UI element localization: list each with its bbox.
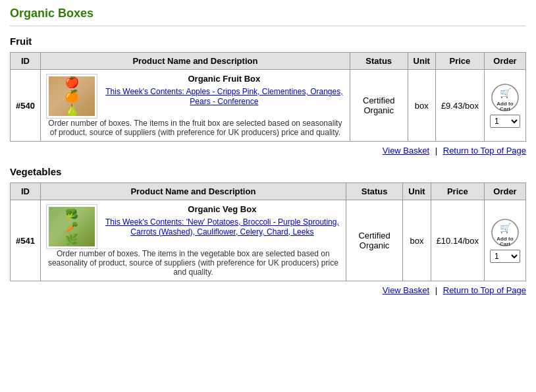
veg-product-price: £10.14/box <box>431 200 484 281</box>
veg-col-price: Price <box>431 183 484 200</box>
fruit-product-id: #540 <box>11 70 41 142</box>
veg-add-to-cart-cell: 🛒 Add to Cart 1 2 3 4 5 <box>484 200 525 281</box>
fruit-image-container <box>46 74 97 119</box>
fruit-product-price: £9.43/box <box>435 70 484 142</box>
veg-product-unit: box <box>403 200 431 281</box>
fruit-col-unit: Unit <box>408 53 435 70</box>
fruit-add-to-cart-cell: 🛒 Add to Cart 1 2 3 4 5 <box>484 70 525 142</box>
veg-product-desc-cell: Organic Veg Box This Week's Contents: 'N… <box>40 200 346 281</box>
veg-product-link[interactable]: This Week's Contents: 'New' Potatoes, Br… <box>105 217 339 237</box>
veg-col-name: Product Name and Description <box>40 183 346 200</box>
fruit-view-basket-link[interactable]: View Basket <box>383 146 429 155</box>
veg-return-top-link[interactable]: Return to Top of Page <box>443 285 526 295</box>
veg-col-order: Order <box>484 183 525 200</box>
fruit-col-price: Price <box>435 53 484 70</box>
fruit-nav-separator: | <box>435 146 437 155</box>
veg-nav-separator: | <box>435 285 437 295</box>
veg-product-image <box>49 207 95 246</box>
fruit-table: ID Product Name and Description Status U… <box>10 52 526 142</box>
veg-col-status: Status <box>346 183 403 200</box>
veg-qty-select[interactable]: 1 2 3 4 5 <box>490 250 520 263</box>
fruit-section-title: Fruit <box>10 36 526 47</box>
fruit-add-to-cart-icon[interactable]: 🛒 Add to Cart <box>491 83 520 112</box>
veg-section: Vegetables ID Product Name and Descripti… <box>10 166 526 295</box>
veg-product-row: #541 Organic Veg Box This Week's Content… <box>11 200 526 281</box>
veg-view-basket-link[interactable]: View Basket <box>383 285 429 295</box>
fruit-section: Fruit ID Product Name and Description St… <box>10 36 526 155</box>
veg-product-id: #541 <box>11 200 41 281</box>
veg-add-to-cart-icon[interactable]: 🛒 Add to Cart <box>491 218 520 247</box>
veg-col-id: ID <box>11 183 41 200</box>
fruit-product-image <box>49 76 95 116</box>
fruit-qty-select[interactable]: 1 2 3 4 5 <box>490 115 520 128</box>
page-title: Organic Boxes <box>10 7 526 20</box>
veg-table: ID Product Name and Description Status U… <box>10 182 526 281</box>
svg-text:🛒: 🛒 <box>499 223 511 234</box>
fruit-product-unit: box <box>408 70 435 142</box>
veg-product-status: Certified Organic <box>346 200 403 281</box>
veg-nav-row: View Basket | Return to Top of Page <box>10 285 526 295</box>
fruit-col-order: Order <box>484 53 525 70</box>
fruit-product-status: Certified Organic <box>350 70 408 142</box>
veg-section-title: Vegetables <box>10 166 526 177</box>
fruit-product-desc-cell: Organic Fruit Box This Week's Contents: … <box>40 70 350 142</box>
veg-image-container <box>46 204 97 249</box>
veg-col-unit: Unit <box>403 183 431 200</box>
fruit-product-description: Order number of boxes. The items in the … <box>46 119 344 137</box>
fruit-col-status: Status <box>350 53 408 70</box>
fruit-return-top-link[interactable]: Return to Top of Page <box>443 146 526 155</box>
svg-text:Cart: Cart <box>500 106 510 112</box>
svg-text:🛒: 🛒 <box>499 88 511 99</box>
title-divider <box>10 26 526 26</box>
svg-text:Cart: Cart <box>500 241 510 247</box>
veg-product-description: Order number of boxes. The items in the … <box>46 249 340 277</box>
fruit-col-name: Product Name and Description <box>40 53 350 70</box>
fruit-product-link[interactable]: This Week's Contents: Apples - Cripps Pi… <box>105 87 342 106</box>
fruit-nav-row: View Basket | Return to Top of Page <box>10 146 526 155</box>
fruit-col-id: ID <box>11 53 41 70</box>
fruit-product-row: #540 Organic Fruit Box This Week's Conte… <box>11 70 526 142</box>
